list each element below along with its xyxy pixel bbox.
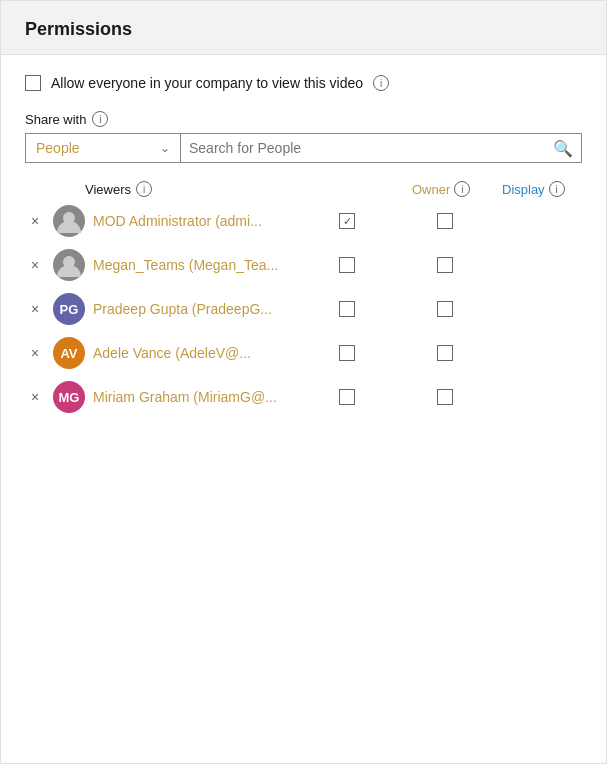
owner-checkbox[interactable] bbox=[339, 301, 355, 317]
search-icon: 🔍 bbox=[553, 139, 573, 158]
display-cell bbox=[429, 345, 509, 361]
allow-everyone-row: Allow everyone in your company to view t… bbox=[25, 75, 582, 91]
panel-body: Allow everyone in your company to view t… bbox=[1, 55, 606, 439]
avatar bbox=[53, 205, 85, 237]
search-wrapper: 🔍 bbox=[181, 134, 581, 162]
viewer-row: × Megan_Teams (Megan_Tea... bbox=[25, 243, 582, 287]
viewer-name: Megan_Teams (Megan_Tea... bbox=[93, 257, 323, 273]
share-with-info-icon[interactable]: i bbox=[92, 111, 108, 127]
share-with-controls: People ⌄ 🔍 bbox=[25, 133, 582, 163]
viewer-row: ×PGPradeep Gupta (PradeepG... bbox=[25, 287, 582, 331]
col-header-display: Display i bbox=[502, 181, 582, 197]
viewers-list: × MOD Administrator (admi...× Megan_Team… bbox=[25, 199, 582, 419]
viewer-name: Adele Vance (AdeleV@... bbox=[93, 345, 323, 361]
display-cell bbox=[429, 257, 509, 273]
viewers-info-icon[interactable]: i bbox=[136, 181, 152, 197]
permissions-panel: Permissions Allow everyone in your compa… bbox=[0, 0, 607, 764]
panel-header: Permissions bbox=[1, 1, 606, 55]
viewer-row: × MOD Administrator (admi... bbox=[25, 199, 582, 243]
remove-viewer-button[interactable]: × bbox=[25, 299, 45, 319]
panel-title: Permissions bbox=[25, 19, 132, 39]
remove-viewer-button[interactable]: × bbox=[25, 343, 45, 363]
owner-checkbox[interactable] bbox=[339, 345, 355, 361]
owner-cell bbox=[331, 345, 421, 361]
display-checkbox[interactable] bbox=[437, 257, 453, 273]
display-info-icon[interactable]: i bbox=[549, 181, 565, 197]
owner-checkbox[interactable] bbox=[339, 389, 355, 405]
column-headers: Viewers i Owner i Display i bbox=[25, 181, 582, 197]
viewer-name: Miriam Graham (MiriamG@... bbox=[93, 389, 323, 405]
viewer-name: Pradeep Gupta (PradeepG... bbox=[93, 301, 323, 317]
owner-cell bbox=[331, 389, 421, 405]
display-checkbox[interactable] bbox=[437, 301, 453, 317]
display-cell bbox=[429, 389, 509, 405]
display-checkbox[interactable] bbox=[437, 213, 453, 229]
owner-cell bbox=[331, 213, 421, 229]
chevron-down-icon: ⌄ bbox=[160, 141, 170, 155]
avatar bbox=[53, 249, 85, 281]
owner-checkbox[interactable] bbox=[339, 213, 355, 229]
avatar: AV bbox=[53, 337, 85, 369]
viewer-row: ×MGMiriam Graham (MiriamG@... bbox=[25, 375, 582, 419]
search-input[interactable] bbox=[189, 140, 547, 156]
owner-cell bbox=[331, 257, 421, 273]
owner-checkbox[interactable] bbox=[339, 257, 355, 273]
display-checkbox[interactable] bbox=[437, 389, 453, 405]
display-cell bbox=[429, 213, 509, 229]
viewer-row: ×AVAdele Vance (AdeleV@... bbox=[25, 331, 582, 375]
share-with-section: Share with i People ⌄ 🔍 bbox=[25, 111, 582, 163]
allow-everyone-info-icon[interactable]: i bbox=[373, 75, 389, 91]
share-with-label: Share with i bbox=[25, 111, 582, 127]
viewer-name: MOD Administrator (admi... bbox=[93, 213, 323, 229]
viewers-section: Viewers i Owner i Display i × MOD Admini… bbox=[25, 181, 582, 419]
display-cell bbox=[429, 301, 509, 317]
display-checkbox[interactable] bbox=[437, 345, 453, 361]
remove-viewer-button[interactable]: × bbox=[25, 387, 45, 407]
remove-viewer-button[interactable]: × bbox=[25, 255, 45, 275]
col-header-owner: Owner i bbox=[412, 181, 502, 197]
avatar: PG bbox=[53, 293, 85, 325]
owner-info-icon[interactable]: i bbox=[454, 181, 470, 197]
allow-everyone-label: Allow everyone in your company to view t… bbox=[51, 75, 363, 91]
share-type-dropdown[interactable]: People ⌄ bbox=[26, 134, 181, 162]
owner-cell bbox=[331, 301, 421, 317]
allow-everyone-checkbox[interactable] bbox=[25, 75, 41, 91]
avatar: MG bbox=[53, 381, 85, 413]
col-header-name: Viewers i bbox=[85, 181, 412, 197]
remove-viewer-button[interactable]: × bbox=[25, 211, 45, 231]
share-type-text: People bbox=[36, 140, 152, 156]
